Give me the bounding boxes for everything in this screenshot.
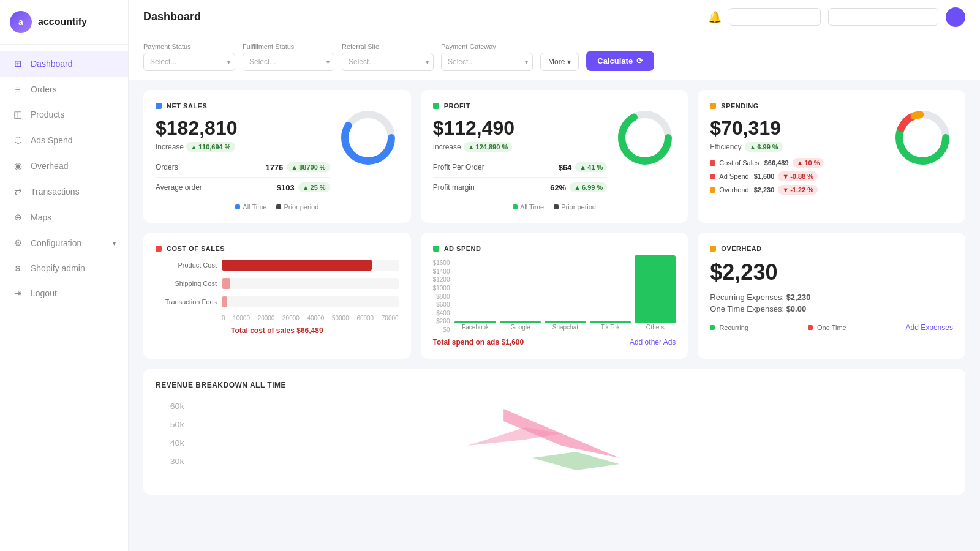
logo-icon: a [10, 11, 32, 33]
add-other-ads-link[interactable]: Add other Ads [630, 338, 676, 347]
svg-text:60k: 60k [170, 402, 184, 411]
product-cost-bar: Product Cost [156, 260, 399, 271]
efficiency-badge: ▲ 6.99 % [745, 142, 782, 152]
net-sales-increase-badge: ▲ 110,694 % [186, 142, 235, 152]
payment-gateway-label: Payment Gateway [441, 43, 533, 50]
profit-dot [433, 103, 439, 109]
shopify-icon: S [12, 264, 23, 273]
spending-legend: Cost of Sales $66,489 ▲ 10 % Ad Spend $1… [710, 158, 884, 195]
ad-spend-card: AD SPEND $1600$1400$1200$1000$800$600$40… [421, 233, 688, 359]
sidebar-item-logout[interactable]: ⇥ Logout [0, 280, 128, 306]
sidebar-item-overhead[interactable]: ◉ Overhead [0, 153, 128, 179]
adspend-bars: Facebook Google Snapchat [454, 260, 676, 333]
overhead-recurring-row: Recurring Expenses: $2,230 [710, 293, 953, 302]
sidebar-item-dashboard[interactable]: ⊞ Dashboard [0, 51, 128, 77]
sidebar-label-logout: Logout [31, 288, 57, 298]
more-button[interactable]: More ▾ [540, 53, 579, 71]
logo-area: a accountify [0, 0, 128, 45]
svg-text:30k: 30k [170, 457, 184, 466]
topbar-select-1[interactable] [729, 8, 821, 26]
referral-site-label: Referral Site [342, 43, 434, 50]
sidebar-label-config: Configuration [31, 238, 81, 248]
logout-icon: ⇥ [12, 288, 23, 299]
cost-total: Total cost of sales $66,489 [156, 326, 399, 335]
sidebar-item-maps[interactable]: ⊕ Maps [0, 204, 128, 230]
profit-footer: All Time Prior period [433, 203, 676, 211]
cost-of-sales-card: COST OF SALES Product Cost Shipping Cost [143, 233, 411, 359]
payment-status-select[interactable]: Select... [143, 53, 235, 71]
referral-site-filter: Referral Site Select... [342, 43, 434, 71]
calculate-icon: ⟳ [636, 56, 643, 66]
sidebar-item-shopify[interactable]: S Shopify admin [0, 256, 128, 280]
product-cost-fill [222, 260, 372, 271]
fulfillment-status-label: Fulfillment Status [243, 43, 334, 50]
profit-title: PROFIT [444, 102, 470, 110]
profit-value: $112,490 [433, 117, 608, 140]
cost-header: COST OF SALES [156, 245, 399, 252]
sidebar-label-overhead: Overhead [31, 161, 68, 171]
sidebar-item-orders[interactable]: ≡ Orders [0, 77, 128, 102]
fulfillment-status-select[interactable]: Select... [243, 53, 334, 71]
transactions-icon: ⇄ [12, 186, 23, 197]
spending-dot [710, 103, 716, 109]
ads-icon: ⬡ [12, 135, 23, 146]
user-avatar[interactable] [946, 7, 965, 27]
sidebar-label-products: Products [31, 110, 64, 119]
main-area: Dashboard 🔔 Payment Status Select... [129, 0, 980, 551]
sidebar-item-configuration[interactable]: ⚙ Configuration ▾ [0, 230, 128, 256]
ad-bar-facebook: Facebook [454, 321, 496, 331]
cos-badge: ▲ 10 % [793, 158, 824, 168]
cost-bar-chart: Product Cost Shipping Cost Transaction F… [156, 260, 399, 307]
svg-text:50k: 50k [170, 421, 184, 429]
notification-bell-icon[interactable]: 🔔 [708, 10, 722, 24]
avg-order-badge: ▲ 25 % [298, 182, 330, 192]
app-name: accountify [38, 17, 87, 28]
ppo-row: Profit Per Order $64 ▲ 41 % [433, 162, 608, 172]
cost-title: COST OF SALES [167, 245, 225, 252]
ad-bar-google: Google [500, 321, 541, 331]
net-sales-header: NET SALES [156, 102, 330, 110]
adspend-header: AD SPEND [433, 245, 676, 252]
overhead-header: OVERHEAD [710, 245, 953, 252]
overhead-legend-sq [710, 187, 715, 193]
ppo-badge: ▲ 41 % [575, 162, 607, 172]
adspend-footer: Total spend on ads $1,600 Add other Ads [433, 338, 676, 347]
adspend-dot [433, 246, 439, 252]
spending-card: SPENDING $70,319 Efficiency ▲ 6.99 % Cos… [698, 90, 965, 223]
transaction-fees-track [222, 296, 399, 307]
profit-header: PROFIT [433, 102, 608, 110]
orders-icon: ≡ [12, 84, 23, 94]
overhead-card: OVERHEAD $2,230 Recurring Expenses: $2,2… [698, 233, 965, 359]
product-cost-track [222, 260, 399, 271]
shipping-cost-track [222, 278, 399, 289]
chevron-down-icon: ▾ [113, 240, 116, 247]
shipping-cost-bar: Shipping Cost [156, 278, 399, 289]
spending-header: SPENDING [710, 102, 884, 110]
page-title: Dashboard [143, 10, 201, 23]
net-sales-donut [337, 107, 399, 168]
revenue-card: REVENUE BREAKDOWN ALL TIME 60k 50k 40k 3… [143, 369, 965, 495]
sidebar-label-transactions: Transactions [31, 187, 80, 197]
bar-axis: 010000200003000040000500006000070000 [222, 315, 399, 321]
ad-bar-tiktok: Tik Tok [590, 321, 631, 331]
fulfillment-status-filter: Fulfillment Status Select... [243, 43, 334, 71]
calculate-button[interactable]: Calculate ⟳ [586, 51, 654, 71]
overhead-value: $2,230 [710, 260, 953, 285]
add-expenses-link[interactable]: Add Expenses [906, 323, 953, 332]
overhead-badge: ▼ -1.22 % [778, 185, 818, 195]
config-icon: ⚙ [12, 238, 23, 249]
overhead-icon: ◉ [12, 160, 23, 171]
sidebar-item-transactions[interactable]: ⇄ Transactions [0, 179, 128, 204]
sidebar-item-products[interactable]: ◫ Products [0, 102, 128, 127]
cos-legend-sq [710, 160, 715, 166]
net-sales-card: NET SALES $182,810 Increase ▲ 110,694 % … [143, 90, 411, 223]
sidebar-item-ads-spend[interactable]: ⬡ Ads Spend [0, 127, 128, 153]
ad-bar-snapchat: Snapchat [545, 321, 586, 331]
sidebar-label-dashboard: Dashboard [31, 59, 73, 69]
topbar-search-input[interactable] [828, 8, 938, 26]
content-area: Payment Status Select... Fulfillment Sta… [129, 34, 980, 551]
sidebar-label-maps: Maps [31, 212, 51, 222]
payment-gateway-select[interactable]: Select... [441, 53, 533, 71]
sidebar-nav: ⊞ Dashboard ≡ Orders ◫ Products ⬡ Ads Sp… [0, 45, 128, 551]
referral-site-select[interactable]: Select... [342, 53, 434, 71]
